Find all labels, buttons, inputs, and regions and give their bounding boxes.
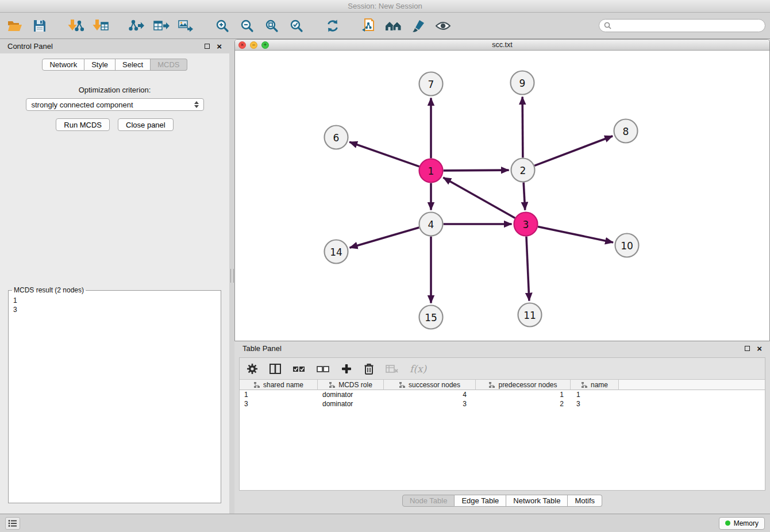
- save-session-button[interactable]: [29, 16, 50, 36]
- graph-node-10[interactable]: 10: [615, 234, 639, 257]
- svg-text:1: 1: [428, 165, 434, 177]
- close-control-panel-icon[interactable]: ×: [217, 42, 222, 51]
- network-window-titlebar[interactable]: scc.txt × − +: [235, 40, 769, 51]
- memory-status-dot: [725, 521, 730, 526]
- import-network-icon: [68, 19, 84, 33]
- import-table-button[interactable]: [90, 16, 111, 36]
- close-window-icon[interactable]: ×: [238, 41, 246, 49]
- tab-network[interactable]: Network: [42, 59, 84, 71]
- table-panel-header: Table Panel ×: [239, 341, 765, 356]
- column-header[interactable]: shared name: [240, 380, 318, 390]
- graph-node-4[interactable]: 4: [419, 213, 443, 236]
- panel-splitter[interactable]: [229, 39, 234, 514]
- column-header[interactable]: successor nodes: [384, 380, 476, 390]
- column-header[interactable]: name: [571, 380, 619, 390]
- control-panel-title: Control Panel: [7, 42, 53, 51]
- table-settings-button[interactable]: [247, 363, 258, 375]
- run-mcds-button[interactable]: Run MCDS: [56, 118, 110, 131]
- export-table-button[interactable]: [151, 16, 172, 36]
- graph-node-2[interactable]: 2: [511, 159, 535, 182]
- table-toolbar: f(x): [240, 358, 765, 380]
- network-canvas[interactable]: 7968124314101511: [235, 51, 769, 341]
- refresh-button[interactable]: [322, 16, 343, 36]
- graph-edge-2-9[interactable]: [522, 97, 523, 157]
- tab-mcds[interactable]: MCDS: [151, 59, 187, 71]
- graph-edge-3-10[interactable]: [538, 226, 613, 242]
- open-folder-icon: [7, 20, 22, 32]
- delete-table-button[interactable]: [386, 364, 398, 374]
- tab-motifs[interactable]: Motifs: [568, 495, 602, 507]
- graph-edge-3-11[interactable]: [526, 236, 529, 300]
- zoom-fit-button[interactable]: [261, 16, 282, 36]
- function-builder-button[interactable]: f(x): [410, 363, 426, 375]
- svg-text:3: 3: [523, 219, 529, 230]
- graph-edge-2-8[interactable]: [534, 136, 613, 166]
- table-cell: 4: [384, 390, 476, 399]
- close-panel-button[interactable]: Close panel: [118, 118, 174, 131]
- select-all-button[interactable]: [292, 364, 305, 373]
- optimization-criterion-select[interactable]: strongly connected component: [26, 98, 204, 111]
- zoom-window-icon[interactable]: +: [261, 41, 269, 49]
- network-clipboard-button[interactable]: [359, 16, 379, 36]
- graph-node-6[interactable]: 6: [325, 126, 348, 149]
- column-header[interactable]: MCDS role: [318, 380, 384, 390]
- select-stepper-icon: [192, 101, 201, 108]
- graph-node-11[interactable]: 11: [518, 303, 542, 327]
- search-box[interactable]: [599, 19, 765, 32]
- add-column-button[interactable]: [341, 363, 352, 375]
- first-neighbors-button[interactable]: [383, 16, 404, 36]
- tab-node-table[interactable]: Node Table: [402, 495, 455, 507]
- graph-node-15[interactable]: 15: [419, 306, 443, 329]
- memory-button[interactable]: Memory: [719, 517, 765, 530]
- list-icon: [8, 519, 17, 527]
- main-toolbar: [0, 13, 770, 39]
- table-cell-filler: [619, 399, 765, 408]
- split-panel-button[interactable]: [270, 364, 281, 374]
- open-session-button[interactable]: [5, 16, 25, 36]
- export-network-button[interactable]: [126, 16, 147, 36]
- column-header[interactable]: predecessor nodes: [476, 380, 571, 390]
- close-table-panel-icon[interactable]: ×: [757, 344, 762, 353]
- control-panel-tabs: Network Style Select MCDS: [0, 59, 229, 71]
- tab-select[interactable]: Select: [116, 59, 151, 71]
- graph-node-7[interactable]: 7: [419, 72, 443, 96]
- zoom-selected-button[interactable]: [286, 16, 307, 36]
- graph-edge-4-14[interactable]: [350, 228, 419, 248]
- graph-edge-2-3[interactable]: [523, 182, 525, 210]
- gear-icon: [247, 363, 258, 375]
- network-window-title: scc.txt: [235, 41, 769, 49]
- float-panel-icon[interactable]: [205, 44, 210, 49]
- show-hide-button[interactable]: [433, 16, 453, 36]
- graph-node-1[interactable]: 1: [419, 159, 443, 183]
- graph-node-8[interactable]: 8: [614, 119, 638, 143]
- mcds-button-row: Run MCDS Close panel: [0, 118, 229, 131]
- minimize-window-icon[interactable]: −: [250, 41, 257, 49]
- deselect-all-button[interactable]: [317, 364, 329, 373]
- tab-style[interactable]: Style: [84, 59, 116, 71]
- table-tabs: Node Table Edge Table Network Table Moti…: [239, 491, 765, 510]
- search-input[interactable]: [614, 21, 760, 30]
- panel-menu-button[interactable]: [5, 517, 20, 530]
- import-network-button[interactable]: [66, 16, 86, 36]
- graph-edge-1-2[interactable]: [443, 170, 509, 171]
- optimization-selected-value: strongly connected component: [32, 101, 133, 109]
- table-row[interactable]: 1dominator411: [240, 390, 765, 399]
- graph-edge-1-6[interactable]: [349, 142, 419, 167]
- export-image-button[interactable]: [176, 16, 197, 36]
- svg-text:14: 14: [330, 246, 342, 258]
- graph-node-3[interactable]: 3: [514, 213, 538, 236]
- zoom-in-button[interactable]: [212, 16, 233, 36]
- tab-network-table[interactable]: Network Table: [506, 495, 568, 507]
- graph-node-9[interactable]: 9: [511, 71, 534, 95]
- tab-edge-table[interactable]: Edge Table: [455, 495, 506, 507]
- style-brush-button[interactable]: [408, 16, 429, 36]
- table-row[interactable]: 3dominator323: [240, 399, 765, 408]
- window-titlebar[interactable]: Session: New Session: [0, 0, 770, 13]
- float-table-panel-icon[interactable]: [745, 346, 750, 351]
- graph-node-14[interactable]: 14: [325, 240, 348, 264]
- graph-edge-3-1[interactable]: [443, 178, 515, 218]
- zoom-out-button[interactable]: [237, 16, 257, 36]
- delete-column-button[interactable]: [364, 363, 374, 375]
- control-panel-body: Network Style Select MCDS Optimization c…: [0, 53, 229, 514]
- table-body: 1dominator4113dominator323: [240, 390, 765, 408]
